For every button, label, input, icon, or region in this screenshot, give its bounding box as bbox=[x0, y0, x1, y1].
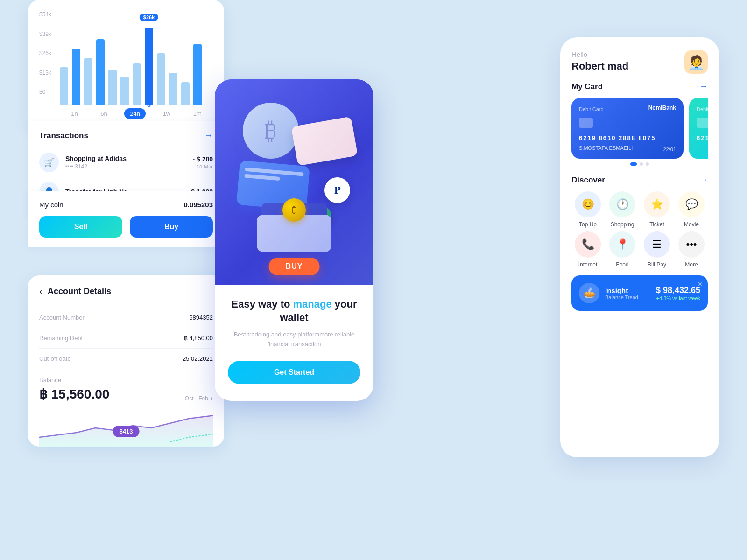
insight-trend: +4.3% vs last week bbox=[656, 295, 700, 301]
btc-coin: ₿ bbox=[243, 103, 299, 159]
more-label: More bbox=[685, 261, 698, 268]
phone-subtext: Best tradding and easy platformmore reli… bbox=[228, 330, 360, 350]
tx-name-adidas: Shopping at Adidas bbox=[65, 155, 186, 162]
insight-label: Insight bbox=[605, 287, 650, 294]
card-chip-2 bbox=[697, 118, 708, 128]
discover-grid: 😊 Top Up 🕐 Shopping ⭐ Ticket 💬 Movie 📞 I… bbox=[571, 191, 708, 268]
discover-ticket[interactable]: ⭐ Ticket bbox=[641, 191, 673, 228]
insight-amount: $ 98,432.65 bbox=[656, 286, 700, 295]
discover-food[interactable]: 📍 Food bbox=[606, 231, 639, 268]
sell-button[interactable]: Sell bbox=[39, 216, 122, 238]
get-started-button[interactable]: Get Started bbox=[228, 361, 360, 384]
more-icon: ••• bbox=[678, 231, 705, 258]
dot-2[interactable] bbox=[640, 162, 643, 166]
insight-banner: 🥧 Insight Balance Trend $ 98,432.65 +4.3… bbox=[571, 275, 708, 311]
food-icon: 📍 bbox=[609, 231, 635, 258]
time-1m[interactable]: 1m bbox=[188, 108, 207, 119]
dot-1[interactable] bbox=[630, 162, 637, 166]
buy-button[interactable]: Buy bbox=[130, 216, 213, 238]
time-1w[interactable]: 1w bbox=[157, 108, 176, 119]
card-number-1: 6219 8610 2888 8075 bbox=[579, 134, 676, 141]
account-number-row: Account Number 6894352 bbox=[39, 308, 213, 328]
balance-period: Oct - Feb ♦ bbox=[185, 395, 213, 402]
my-card-more[interactable]: → bbox=[699, 82, 708, 91]
movie-icon: 💬 bbox=[678, 191, 705, 217]
crypto-illustration: ₿ 𝐏 C ₿ bbox=[229, 93, 359, 271]
bar-10 bbox=[169, 73, 177, 105]
bar-6 bbox=[120, 77, 129, 105]
bar-1 bbox=[60, 67, 68, 105]
discover-billpay[interactable]: ☰ Bill Pay bbox=[641, 231, 673, 268]
shopping-icon: 🕐 bbox=[609, 191, 635, 217]
cutoff-date-row: Cut-off date 25.02.2021 bbox=[39, 349, 213, 369]
debit-card-green: Debit Card 6219 8... bbox=[689, 98, 708, 159]
discover-movie[interactable]: 💬 Movie bbox=[675, 191, 708, 228]
account-panel: ‹ Account Details Account Number 6894352… bbox=[28, 275, 224, 447]
avatar: 🧑‍💼 bbox=[684, 50, 708, 74]
remaining-debt-row: Remaining Debt ฿ 4,850.00 bbox=[39, 328, 213, 349]
internet-label: Internet bbox=[578, 261, 598, 268]
discover-topup[interactable]: 😊 Top Up bbox=[571, 191, 604, 228]
food-label: Food bbox=[616, 261, 628, 268]
mycoin-panel: My coin 0.095203 Sell Buy bbox=[28, 191, 224, 247]
phone-bottom: Easy way to manage your wallet Best trad… bbox=[215, 285, 374, 401]
transactions-title: Transactions bbox=[39, 131, 88, 140]
balance-amount: ฿ 15,560.00 bbox=[39, 386, 109, 402]
internet-icon: 📞 bbox=[575, 231, 601, 258]
transaction-adidas: 🛒 Shopping at Adidas •••• 3142 - $ 200 0… bbox=[39, 148, 213, 177]
balance-chip: $413 bbox=[113, 426, 140, 437]
billpay-icon: ☰ bbox=[644, 231, 670, 258]
back-button[interactable]: ‹ bbox=[39, 287, 42, 296]
debit-card-blue: Debit Card NomiBank 6219 8610 2888 8075 … bbox=[571, 98, 684, 159]
tx-date-adidas: 01 Mar bbox=[192, 164, 213, 169]
bar-tooltip: $26k bbox=[140, 14, 158, 21]
transactions-header: Transactions → bbox=[39, 131, 213, 140]
topup-label: Top Up bbox=[579, 221, 597, 228]
right-phone: Hello Robert mad 🧑‍💼 My Card → Debit Car… bbox=[560, 37, 719, 457]
discover-title: Discover bbox=[571, 175, 605, 185]
card-chip-1 bbox=[579, 118, 593, 128]
discover-internet[interactable]: 📞 Internet bbox=[571, 231, 604, 268]
mycoin-label: My coin bbox=[39, 201, 63, 209]
transactions-more[interactable]: → bbox=[204, 131, 213, 140]
my-card-section-header: My Card → bbox=[571, 82, 708, 91]
card-expiry-1: 22/01 bbox=[663, 147, 676, 152]
billpay-label: Bill Pay bbox=[648, 261, 666, 268]
dot-3[interactable] bbox=[646, 162, 649, 166]
tx-sub-adidas: •••• 3142 bbox=[65, 163, 186, 170]
bar-4 bbox=[96, 39, 105, 105]
tx-icon-adidas: 🛒 bbox=[39, 153, 59, 172]
chart-bars-area: $26k bbox=[60, 11, 213, 105]
chart-panel: $54k $39k $26k $13k $0 $26k 1h 6h 24h 1w… bbox=[28, 0, 224, 126]
bar-9 bbox=[157, 53, 165, 105]
discover-shopping[interactable]: 🕐 Shopping bbox=[606, 191, 639, 228]
balance-section: Balance ฿ 15,560.00 Oct - Feb ♦ bbox=[39, 369, 213, 409]
bar-active: $26k bbox=[145, 28, 153, 105]
time-6h[interactable]: 6h bbox=[95, 108, 113, 119]
bar-2 bbox=[72, 49, 80, 105]
shopping-label: Shopping bbox=[611, 221, 634, 228]
topup-icon: 😊 bbox=[575, 191, 601, 217]
account-title: Account Details bbox=[48, 287, 111, 296]
insight-icon: 🥧 bbox=[579, 283, 599, 303]
discover-more[interactable]: → bbox=[699, 175, 708, 185]
card-3d bbox=[291, 116, 358, 166]
wallet-3d: ₿ bbox=[257, 196, 331, 252]
time-1h[interactable]: 1h bbox=[65, 108, 83, 119]
insight-sublabel: Balance Trend bbox=[605, 294, 650, 300]
discover-more[interactable]: ••• More bbox=[675, 231, 708, 268]
card-holder-1: S.MOSTAFA ESMAEILI bbox=[579, 145, 676, 151]
bar-7 bbox=[133, 63, 141, 105]
bar-5 bbox=[108, 70, 117, 105]
movie-label: Movie bbox=[684, 221, 699, 228]
time-24h[interactable]: 24h bbox=[124, 108, 146, 119]
discover-section-header: Discover → bbox=[571, 175, 708, 185]
tx-amount-adidas: - $ 200 bbox=[192, 155, 213, 163]
mycoin-value: 0.095203 bbox=[183, 201, 213, 209]
cards-carousel: Debit Card NomiBank 6219 8610 2888 8075 … bbox=[571, 98, 708, 159]
chart-time-labels: 1h 6h 24h 1w 1m bbox=[60, 108, 213, 119]
phone-top: ₿ 𝐏 C ₿ BUY bbox=[215, 79, 374, 285]
ticket-icon: ⭐ bbox=[644, 191, 670, 217]
insight-close-button[interactable]: × bbox=[698, 280, 702, 288]
my-card-title: My Card bbox=[571, 82, 603, 91]
